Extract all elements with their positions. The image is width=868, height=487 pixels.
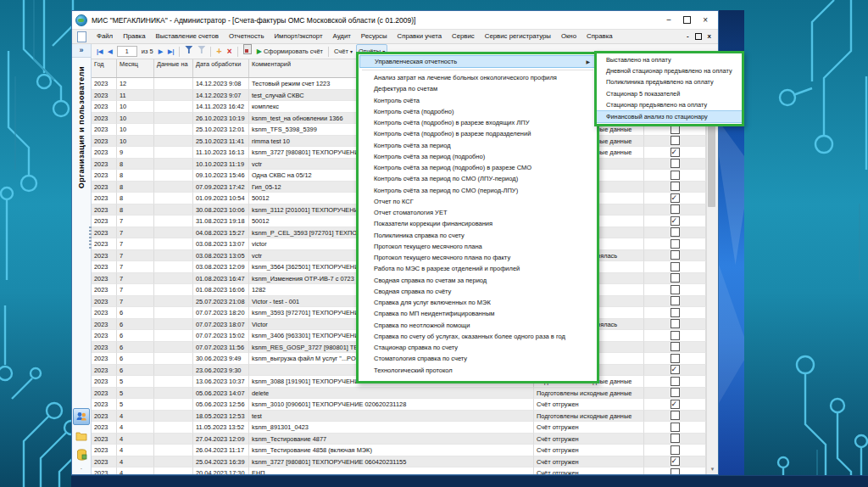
checkbox[interactable] xyxy=(670,342,680,351)
checkbox[interactable] xyxy=(670,148,680,157)
menu-item[interactable]: Справка по неотложной помощи xyxy=(359,320,596,331)
menu-item[interactable]: Показатели коррекции финансирования xyxy=(359,218,596,229)
table-row[interactable]: 2023505.06.2023 12:56ksnm_3010 [090601] … xyxy=(92,399,706,411)
checkbox[interactable] xyxy=(670,456,680,466)
submenu-item[interactable]: Дневной стационар предъявлено на оплату xyxy=(597,65,742,76)
submenu-item[interactable]: Стационар 5 показателей xyxy=(597,88,742,99)
sidebar-users-button[interactable] xyxy=(73,408,90,425)
table-row[interactable]: 2023418.05.2023 12:53testПодготовлены ис… xyxy=(92,411,706,423)
first-record-button[interactable]: |◀ xyxy=(95,45,104,58)
menu-item[interactable]: Отчет по КСГ xyxy=(359,196,596,207)
invoice-dropdown-button[interactable]: Счёт ▾ xyxy=(332,45,354,59)
menu-item[interactable]: Протокол текущего месячного плана по фак… xyxy=(359,252,596,263)
maximize-button[interactable] xyxy=(683,16,691,24)
checkbox[interactable] xyxy=(670,193,680,203)
generate-invoice-button[interactable]: ▶ Сформировать счёт xyxy=(255,45,325,58)
checkbox[interactable] xyxy=(670,377,680,386)
menu-item[interactable]: Контроль счёта за период (подробно) в ра… xyxy=(359,162,596,173)
menubar-item[interactable]: Сервис xyxy=(447,31,480,42)
submenu-item[interactable]: Финансовый анализ по стационару xyxy=(597,110,742,123)
checkbox[interactable] xyxy=(670,273,680,283)
table-row[interactable]: 2023425.04.2023 16:39ksnm_3727 [980801] … xyxy=(92,456,706,468)
checkbox[interactable] xyxy=(670,331,680,340)
add-record-button[interactable]: + xyxy=(214,47,223,56)
menu-item[interactable]: Контроль счёта за период (подробно) xyxy=(359,151,596,162)
menu-item[interactable]: Контроль счёта (подробно) xyxy=(359,106,596,117)
sidebar-folder-button[interactable] xyxy=(74,428,89,444)
menu-item[interactable]: Анализ затрат на лечение больных онколог… xyxy=(359,72,596,83)
menubar-item[interactable]: Окно xyxy=(556,31,581,42)
table-row[interactable]: 2023505.06.2023 14:07deleteПодготовлены … xyxy=(92,388,706,400)
menu-item[interactable]: Контроль счёта xyxy=(359,95,596,106)
table-row[interactable]: 2023427.04.2023 12:09ksnm_Тестирование 4… xyxy=(92,434,706,445)
scroll-down-icon[interactable]: ▼ xyxy=(710,464,715,474)
checkbox[interactable] xyxy=(670,250,680,260)
menu-item[interactable]: Сводная справка по счёту xyxy=(359,286,596,297)
submenu-item[interactable]: Выставлено на оплату xyxy=(597,54,742,65)
menu-item[interactable]: Справка для услуг включенных по МЭК xyxy=(359,297,596,308)
checkbox[interactable] xyxy=(670,227,680,237)
menubar-item[interactable]: Отчетность xyxy=(224,31,270,42)
checkbox[interactable] xyxy=(670,445,680,455)
checkbox[interactable] xyxy=(670,171,680,180)
column-header[interactable]: Дата обработки xyxy=(193,59,249,77)
menu-item[interactable]: Сводная справка по счетам за период xyxy=(359,275,596,286)
menubar-item[interactable]: Правка xyxy=(118,31,150,42)
menu-item[interactable]: Дефектура по счетам xyxy=(359,83,596,94)
menu-item[interactable]: Контроль счёта за период xyxy=(359,140,596,151)
checkbox[interactable] xyxy=(670,388,680,397)
clear-filter-button[interactable] xyxy=(196,45,207,58)
menu-item[interactable]: Стоматология справка по счету xyxy=(359,353,596,364)
sidebar-splitter[interactable] xyxy=(89,227,92,249)
checkbox[interactable] xyxy=(670,434,680,443)
filter-button[interactable] xyxy=(183,45,194,58)
checkbox[interactable] xyxy=(670,296,680,305)
scrollbar-track[interactable] xyxy=(707,70,718,464)
checkbox[interactable] xyxy=(670,354,680,363)
menu-item[interactable]: Контроль счёта (подробно) в разрезе подр… xyxy=(359,128,596,139)
delete-record-button[interactable]: × xyxy=(225,48,234,56)
prev-record-button[interactable]: ◀ xyxy=(106,45,114,58)
menubar-item[interactable]: Сервис регистратуры xyxy=(480,31,556,42)
checkbox[interactable] xyxy=(670,136,680,145)
checkbox[interactable] xyxy=(670,308,680,317)
last-record-button[interactable]: ▶| xyxy=(166,45,175,58)
menubar-item[interactable]: Справки учета xyxy=(392,31,447,42)
checkbox[interactable] xyxy=(670,400,680,409)
sidebar-database-button[interactable] xyxy=(74,447,89,462)
checkbox[interactable] xyxy=(670,365,680,374)
menu-item[interactable]: Контроль счёта за период по СМО (период-… xyxy=(359,185,596,196)
checkbox[interactable] xyxy=(670,216,680,226)
mdi-document-icon[interactable] xyxy=(77,31,86,42)
checkbox[interactable] xyxy=(670,423,680,432)
windows-taskbar[interactable] xyxy=(71,475,868,487)
submenu-item[interactable]: Стационар предъявлено на оплату xyxy=(597,99,742,110)
menubar-item[interactable]: Аудит xyxy=(328,31,356,42)
menu-item[interactable]: Отчет стоматология УЕТ xyxy=(359,207,596,218)
menu-item[interactable]: Справка по счету об услугах, оказанных б… xyxy=(359,331,596,342)
checkbox[interactable] xyxy=(670,285,680,294)
menu-item[interactable]: Справка по МП неидентифицированным xyxy=(359,308,596,319)
checkbox[interactable] xyxy=(670,239,680,249)
mdi-minimize-button[interactable]: - xyxy=(687,33,689,40)
column-header[interactable]: Месяц xyxy=(117,59,154,77)
menu-item[interactable]: Стационар справка по счету xyxy=(359,342,596,353)
menu-item[interactable]: Технологический протокол xyxy=(359,365,596,376)
menu-item[interactable]: Работа по МЭС в разрезе отделений и проф… xyxy=(359,263,596,274)
menu-item[interactable]: Поликлиника справка по счету xyxy=(359,230,596,241)
menu-item[interactable]: Контроль счёта (подробно) в разрезе вход… xyxy=(359,117,596,128)
checkbox[interactable] xyxy=(670,204,680,214)
checkbox[interactable] xyxy=(670,182,680,191)
mdi-restore-button[interactable] xyxy=(695,33,702,40)
menu-item-management-reports[interactable]: Управленческая отчетность ▶ xyxy=(359,55,596,68)
menubar-item[interactable]: Ресурсы xyxy=(356,31,392,42)
submenu-item[interactable]: Поликлиника предъявлено на оплату xyxy=(597,76,742,87)
table-row[interactable]: 2023411.05.2023 13:52ksnm_891301_0423Счё… xyxy=(92,422,706,434)
record-number-input[interactable]: 1 xyxy=(117,46,137,57)
column-header[interactable]: Данные на xyxy=(154,59,193,77)
minimize-button[interactable]: − xyxy=(666,16,671,25)
menu-item[interactable]: Контроль счёта за период по СМО (ЛПУ-пер… xyxy=(359,173,596,184)
menubar-item[interactable]: Справка xyxy=(581,31,618,42)
menubar-item[interactable]: Файл xyxy=(92,31,118,42)
mdi-close-button[interactable]: x xyxy=(708,33,711,40)
